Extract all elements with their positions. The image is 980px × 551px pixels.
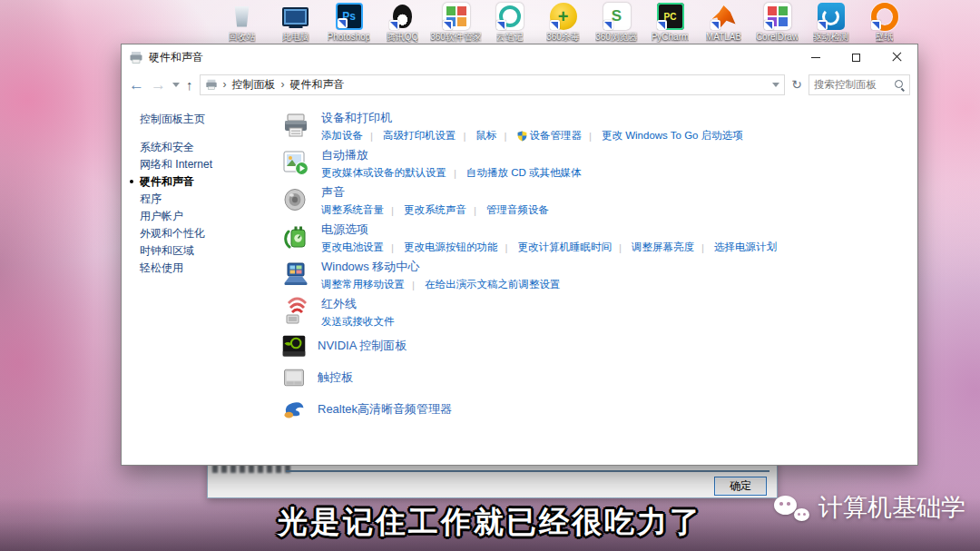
desktop-icon-qq[interactable]: 腾讯QQ bbox=[376, 3, 429, 43]
desktop-icon-recycle-bin[interactable]: 回收站 bbox=[215, 3, 269, 43]
360-antivirus-icon bbox=[550, 3, 577, 30]
power-options-icon[interactable] bbox=[281, 222, 310, 251]
search-input[interactable] bbox=[814, 79, 894, 90]
desktop-icon-coreldraw[interactable]: CorelDraw bbox=[750, 3, 804, 43]
sidebar-item-appearance[interactable]: 外观和个性化 bbox=[140, 228, 276, 239]
dialog-separator bbox=[286, 470, 769, 472]
sound-icon[interactable] bbox=[281, 185, 310, 214]
desktop-icon-wallpaper-app[interactable]: 壁纸 bbox=[858, 3, 911, 43]
wechat-icon bbox=[774, 493, 812, 522]
link-change-sounds[interactable]: 更改系统声音 bbox=[384, 203, 466, 217]
realtek-icon[interactable] bbox=[281, 397, 307, 422]
link-mouse[interactable]: 鼠标 bbox=[456, 129, 497, 143]
refresh-button[interactable] bbox=[791, 76, 802, 93]
history-dropdown-icon[interactable] bbox=[172, 83, 180, 87]
desktop-icon-driver-tool[interactable]: 驱动检测 bbox=[804, 3, 858, 43]
sidebar-item-hardware-sound[interactable]: 硬件和声音 bbox=[140, 176, 276, 187]
desktop-icon-label: 360杀毒 bbox=[546, 32, 580, 43]
sidebar-home-link[interactable]: 控制面板主页 bbox=[140, 112, 276, 127]
infrared-icon[interactable] bbox=[281, 297, 310, 326]
nvidia-icon[interactable] bbox=[281, 333, 307, 359]
section-title-nvidia[interactable]: NVIDIA 控制面板 bbox=[318, 338, 407, 354]
wallpaper-app-icon bbox=[871, 3, 898, 30]
watermark-text: 计算机基础学 bbox=[818, 491, 965, 524]
matlab-icon bbox=[710, 3, 738, 30]
search-box[interactable] bbox=[808, 74, 910, 95]
section-title-touchpad[interactable]: 触控板 bbox=[318, 369, 353, 386]
desktop-icon-pycharm[interactable]: PC PyCharm bbox=[643, 3, 697, 43]
desktop-icon-matlab[interactable]: MATLAB bbox=[697, 3, 750, 43]
desktop-icon-this-pc[interactable]: 此电脑 bbox=[269, 3, 322, 43]
link-send-receive-file[interactable]: 发送或接收文件 bbox=[321, 315, 395, 329]
minimize-button[interactable] bbox=[795, 44, 836, 70]
desktop-icon-label: PyCharm bbox=[652, 32, 690, 43]
ok-button[interactable]: 确定 bbox=[714, 477, 767, 496]
desktop-icon-360-manager[interactable]: 360软件管家 bbox=[429, 3, 483, 43]
link-change-media-defaults[interactable]: 更改媒体或设备的默认设置 bbox=[321, 166, 446, 180]
address-bar[interactable]: 控制面板 硬件和声音 bbox=[200, 74, 786, 95]
link-add-device[interactable]: 添加设备 bbox=[321, 129, 363, 143]
window-titlebar[interactable]: 硬件和声音 bbox=[122, 44, 917, 70]
driver-tool-icon bbox=[818, 3, 845, 30]
link-advanced-printer-setup[interactable]: 高级打印机设置 bbox=[363, 129, 456, 143]
link-mobility-settings[interactable]: 调整常用移动设置 bbox=[321, 278, 405, 291]
section-autoplay: 自动播放 更改媒体或设备的默认设置 自动播放 CD 或其他媒体 bbox=[281, 147, 908, 180]
link-windows-to-go[interactable]: 更改 Windows To Go 启动选项 bbox=[582, 129, 743, 143]
close-button[interactable] bbox=[877, 44, 917, 70]
link-power-buttons[interactable]: 更改电源按钮的功能 bbox=[384, 241, 498, 254]
section-title-devices-printers[interactable]: 设备和打印机 bbox=[321, 110, 743, 126]
link-autoplay-cd[interactable]: 自动播放 CD 或其他媒体 bbox=[446, 166, 582, 180]
window-body: 控制面板主页 系统和安全 网络和 Internet 硬件和声音 程序 用户帐户 … bbox=[122, 99, 917, 465]
section-title-autoplay[interactable]: 自动播放 bbox=[321, 147, 582, 163]
360-manager-icon bbox=[443, 3, 470, 30]
sidebar-item-user-accounts[interactable]: 用户帐户 bbox=[140, 211, 276, 221]
section-power-options: 电源选项 更改电池设置 更改电源按钮的功能 更改计算机睡眠时间 调整屏幕亮度 选… bbox=[281, 221, 908, 254]
coreldraw-icon bbox=[764, 3, 791, 30]
forward-button[interactable] bbox=[151, 77, 166, 93]
cloud-note-icon bbox=[496, 3, 524, 30]
desktop-icon-360-antivirus[interactable]: 360杀毒 bbox=[536, 3, 590, 43]
breadcrumb-hardware-sound[interactable]: 硬件和声音 bbox=[290, 77, 345, 93]
section-realtek: Realtek高清晰音频管理器 bbox=[281, 397, 908, 422]
link-sleep-time[interactable]: 更改计算机睡眠时间 bbox=[498, 241, 612, 254]
section-mobility-center: Windows 移动中心 调整常用移动设置 在给出演示文稿之前调整设置 bbox=[281, 259, 908, 291]
back-button[interactable] bbox=[129, 77, 144, 93]
recycle-bin-icon bbox=[229, 3, 256, 30]
sidebar-item-clock-region[interactable]: 时钟和区域 bbox=[140, 245, 276, 256]
pycharm-icon: PC bbox=[657, 3, 684, 30]
section-title-power-options[interactable]: 电源选项 bbox=[321, 221, 777, 238]
link-presentation-settings[interactable]: 在给出演示文稿之前调整设置 bbox=[405, 278, 561, 291]
link-adjust-volume[interactable]: 调整系统音量 bbox=[321, 203, 384, 217]
desktop-icon-photoshop[interactable]: Ps Photoshop bbox=[322, 3, 376, 43]
link-screen-brightness[interactable]: 调整屏幕亮度 bbox=[612, 241, 694, 254]
link-device-manager[interactable]: 设备管理器 bbox=[497, 129, 583, 143]
section-title-infrared[interactable]: 红外线 bbox=[321, 296, 395, 312]
section-sound: 声音 调整系统音量 更改系统声音 管理音频设备 bbox=[281, 184, 908, 217]
mobility-center-icon[interactable] bbox=[281, 260, 310, 289]
shortcut-arrow-icon bbox=[603, 20, 613, 30]
maximize-button[interactable] bbox=[836, 44, 877, 70]
breadcrumb-control-panel[interactable]: 控制面板 bbox=[232, 77, 276, 93]
link-battery-settings[interactable]: 更改电池设置 bbox=[321, 241, 384, 254]
up-button[interactable] bbox=[186, 78, 193, 92]
sidebar-item-programs[interactable]: 程序 bbox=[140, 193, 276, 204]
section-title-mobility-center[interactable]: Windows 移动中心 bbox=[321, 259, 561, 275]
sidebar-item-network-internet[interactable]: 网络和 Internet bbox=[140, 159, 276, 170]
link-manage-audio-devices[interactable]: 管理音频设备 bbox=[466, 203, 549, 217]
window-title: 硬件和声音 bbox=[149, 50, 795, 65]
autoplay-icon[interactable] bbox=[281, 148, 310, 177]
breadcrumb-icon bbox=[205, 78, 218, 91]
desktop-icon-360-browser[interactable]: S 360浏览器 bbox=[590, 3, 643, 43]
sidebar: 控制面板主页 系统和安全 网络和 Internet 硬件和声音 程序 用户帐户 … bbox=[122, 99, 276, 465]
touchpad-icon[interactable] bbox=[281, 365, 307, 390]
desktop-icon-label: CorelDraw bbox=[756, 32, 799, 43]
search-icon[interactable] bbox=[894, 79, 905, 90]
section-title-realtek[interactable]: Realtek高清晰音频管理器 bbox=[318, 401, 452, 418]
sidebar-item-system-security[interactable]: 系统和安全 bbox=[140, 142, 276, 153]
desktop-icon-cloud-note[interactable]: 云笔记 bbox=[483, 3, 536, 43]
section-title-sound[interactable]: 声音 bbox=[321, 184, 549, 201]
sidebar-item-ease-of-access[interactable]: 轻松使用 bbox=[140, 262, 276, 273]
address-dropdown-icon[interactable] bbox=[772, 83, 779, 87]
printer-icon[interactable] bbox=[281, 111, 310, 140]
link-power-plan[interactable]: 选择电源计划 bbox=[694, 241, 777, 254]
